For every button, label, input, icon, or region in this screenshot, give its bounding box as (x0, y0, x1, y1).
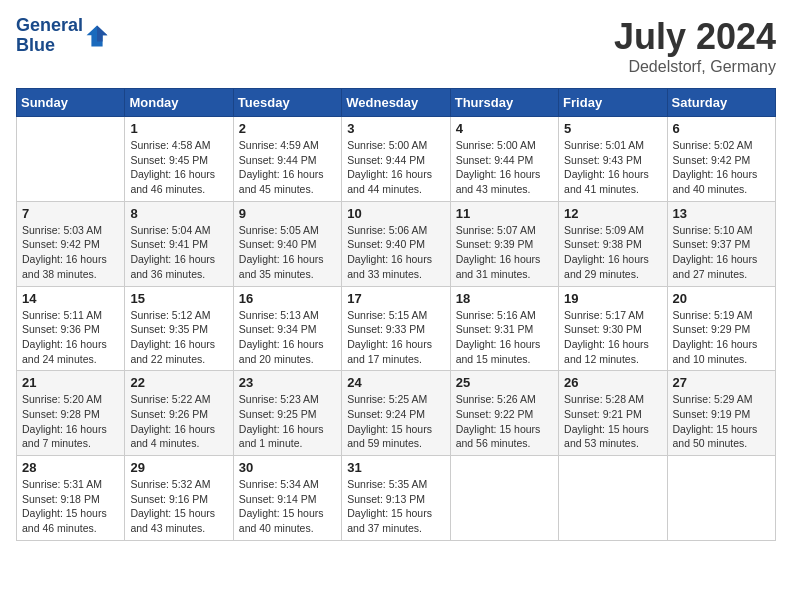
day-cell (667, 456, 775, 541)
day-number: 15 (130, 291, 227, 306)
day-number: 2 (239, 121, 336, 136)
header-cell-monday: Monday (125, 89, 233, 117)
day-number: 17 (347, 291, 444, 306)
day-info: Sunrise: 4:59 AMSunset: 9:44 PMDaylight:… (239, 138, 336, 197)
day-number: 6 (673, 121, 770, 136)
day-info: Sunrise: 5:01 AMSunset: 9:43 PMDaylight:… (564, 138, 661, 197)
day-info: Sunrise: 5:31 AMSunset: 9:18 PMDaylight:… (22, 477, 119, 536)
day-number: 11 (456, 206, 553, 221)
day-info: Sunrise: 5:32 AMSunset: 9:16 PMDaylight:… (130, 477, 227, 536)
day-number: 31 (347, 460, 444, 475)
calendar-body: 1Sunrise: 4:58 AMSunset: 9:45 PMDaylight… (17, 117, 776, 541)
header-cell-wednesday: Wednesday (342, 89, 450, 117)
day-number: 13 (673, 206, 770, 221)
day-cell: 20Sunrise: 5:19 AMSunset: 9:29 PMDayligh… (667, 286, 775, 371)
day-cell: 8Sunrise: 5:04 AMSunset: 9:41 PMDaylight… (125, 201, 233, 286)
day-info: Sunrise: 5:07 AMSunset: 9:39 PMDaylight:… (456, 223, 553, 282)
header-cell-tuesday: Tuesday (233, 89, 341, 117)
day-number: 5 (564, 121, 661, 136)
day-number: 3 (347, 121, 444, 136)
week-row-1: 1Sunrise: 4:58 AMSunset: 9:45 PMDaylight… (17, 117, 776, 202)
day-info: Sunrise: 4:58 AMSunset: 9:45 PMDaylight:… (130, 138, 227, 197)
day-number: 1 (130, 121, 227, 136)
title-block: July 2024 Dedelstorf, Germany (614, 16, 776, 76)
day-info: Sunrise: 5:06 AMSunset: 9:40 PMDaylight:… (347, 223, 444, 282)
day-cell: 25Sunrise: 5:26 AMSunset: 9:22 PMDayligh… (450, 371, 558, 456)
header-cell-friday: Friday (559, 89, 667, 117)
week-row-4: 21Sunrise: 5:20 AMSunset: 9:28 PMDayligh… (17, 371, 776, 456)
logo-text: GeneralBlue (16, 16, 83, 56)
day-number: 12 (564, 206, 661, 221)
week-row-5: 28Sunrise: 5:31 AMSunset: 9:18 PMDayligh… (17, 456, 776, 541)
day-info: Sunrise: 5:00 AMSunset: 9:44 PMDaylight:… (347, 138, 444, 197)
day-cell: 21Sunrise: 5:20 AMSunset: 9:28 PMDayligh… (17, 371, 125, 456)
day-cell: 7Sunrise: 5:03 AMSunset: 9:42 PMDaylight… (17, 201, 125, 286)
day-info: Sunrise: 5:16 AMSunset: 9:31 PMDaylight:… (456, 308, 553, 367)
day-number: 14 (22, 291, 119, 306)
day-info: Sunrise: 5:05 AMSunset: 9:40 PMDaylight:… (239, 223, 336, 282)
day-cell: 9Sunrise: 5:05 AMSunset: 9:40 PMDaylight… (233, 201, 341, 286)
day-cell: 26Sunrise: 5:28 AMSunset: 9:21 PMDayligh… (559, 371, 667, 456)
day-cell: 12Sunrise: 5:09 AMSunset: 9:38 PMDayligh… (559, 201, 667, 286)
day-info: Sunrise: 5:13 AMSunset: 9:34 PMDaylight:… (239, 308, 336, 367)
day-cell: 15Sunrise: 5:12 AMSunset: 9:35 PMDayligh… (125, 286, 233, 371)
day-cell: 10Sunrise: 5:06 AMSunset: 9:40 PMDayligh… (342, 201, 450, 286)
day-info: Sunrise: 5:17 AMSunset: 9:30 PMDaylight:… (564, 308, 661, 367)
day-cell: 11Sunrise: 5:07 AMSunset: 9:39 PMDayligh… (450, 201, 558, 286)
day-cell (450, 456, 558, 541)
day-number: 4 (456, 121, 553, 136)
day-info: Sunrise: 5:25 AMSunset: 9:24 PMDaylight:… (347, 392, 444, 451)
location-title: Dedelstorf, Germany (614, 58, 776, 76)
day-number: 18 (456, 291, 553, 306)
day-info: Sunrise: 5:09 AMSunset: 9:38 PMDaylight:… (564, 223, 661, 282)
page-header: GeneralBlue July 2024 Dedelstorf, German… (16, 16, 776, 76)
day-info: Sunrise: 5:02 AMSunset: 9:42 PMDaylight:… (673, 138, 770, 197)
day-cell: 28Sunrise: 5:31 AMSunset: 9:18 PMDayligh… (17, 456, 125, 541)
day-number: 23 (239, 375, 336, 390)
day-info: Sunrise: 5:11 AMSunset: 9:36 PMDaylight:… (22, 308, 119, 367)
day-number: 30 (239, 460, 336, 475)
day-info: Sunrise: 5:20 AMSunset: 9:28 PMDaylight:… (22, 392, 119, 451)
day-cell: 13Sunrise: 5:10 AMSunset: 9:37 PMDayligh… (667, 201, 775, 286)
logo: GeneralBlue (16, 16, 109, 56)
week-row-2: 7Sunrise: 5:03 AMSunset: 9:42 PMDaylight… (17, 201, 776, 286)
day-cell: 3Sunrise: 5:00 AMSunset: 9:44 PMDaylight… (342, 117, 450, 202)
day-cell: 27Sunrise: 5:29 AMSunset: 9:19 PMDayligh… (667, 371, 775, 456)
day-info: Sunrise: 5:10 AMSunset: 9:37 PMDaylight:… (673, 223, 770, 282)
day-info: Sunrise: 5:04 AMSunset: 9:41 PMDaylight:… (130, 223, 227, 282)
day-info: Sunrise: 5:15 AMSunset: 9:33 PMDaylight:… (347, 308, 444, 367)
day-cell: 1Sunrise: 4:58 AMSunset: 9:45 PMDaylight… (125, 117, 233, 202)
day-cell: 19Sunrise: 5:17 AMSunset: 9:30 PMDayligh… (559, 286, 667, 371)
day-number: 9 (239, 206, 336, 221)
day-number: 27 (673, 375, 770, 390)
day-info: Sunrise: 5:23 AMSunset: 9:25 PMDaylight:… (239, 392, 336, 451)
day-info: Sunrise: 5:35 AMSunset: 9:13 PMDaylight:… (347, 477, 444, 536)
header-cell-saturday: Saturday (667, 89, 775, 117)
day-cell: 29Sunrise: 5:32 AMSunset: 9:16 PMDayligh… (125, 456, 233, 541)
day-number: 26 (564, 375, 661, 390)
day-number: 21 (22, 375, 119, 390)
week-row-3: 14Sunrise: 5:11 AMSunset: 9:36 PMDayligh… (17, 286, 776, 371)
day-number: 7 (22, 206, 119, 221)
day-info: Sunrise: 5:00 AMSunset: 9:44 PMDaylight:… (456, 138, 553, 197)
calendar-header: SundayMondayTuesdayWednesdayThursdayFrid… (17, 89, 776, 117)
day-cell: 6Sunrise: 5:02 AMSunset: 9:42 PMDaylight… (667, 117, 775, 202)
svg-marker-1 (97, 25, 107, 41)
day-info: Sunrise: 5:12 AMSunset: 9:35 PMDaylight:… (130, 308, 227, 367)
day-cell: 18Sunrise: 5:16 AMSunset: 9:31 PMDayligh… (450, 286, 558, 371)
day-number: 16 (239, 291, 336, 306)
day-number: 22 (130, 375, 227, 390)
day-cell: 17Sunrise: 5:15 AMSunset: 9:33 PMDayligh… (342, 286, 450, 371)
day-number: 10 (347, 206, 444, 221)
day-info: Sunrise: 5:22 AMSunset: 9:26 PMDaylight:… (130, 392, 227, 451)
day-cell (559, 456, 667, 541)
day-info: Sunrise: 5:34 AMSunset: 9:14 PMDaylight:… (239, 477, 336, 536)
header-cell-thursday: Thursday (450, 89, 558, 117)
day-number: 24 (347, 375, 444, 390)
calendar-table: SundayMondayTuesdayWednesdayThursdayFrid… (16, 88, 776, 541)
day-cell: 24Sunrise: 5:25 AMSunset: 9:24 PMDayligh… (342, 371, 450, 456)
day-number: 25 (456, 375, 553, 390)
day-cell: 14Sunrise: 5:11 AMSunset: 9:36 PMDayligh… (17, 286, 125, 371)
day-cell: 30Sunrise: 5:34 AMSunset: 9:14 PMDayligh… (233, 456, 341, 541)
logo-icon (85, 24, 109, 48)
